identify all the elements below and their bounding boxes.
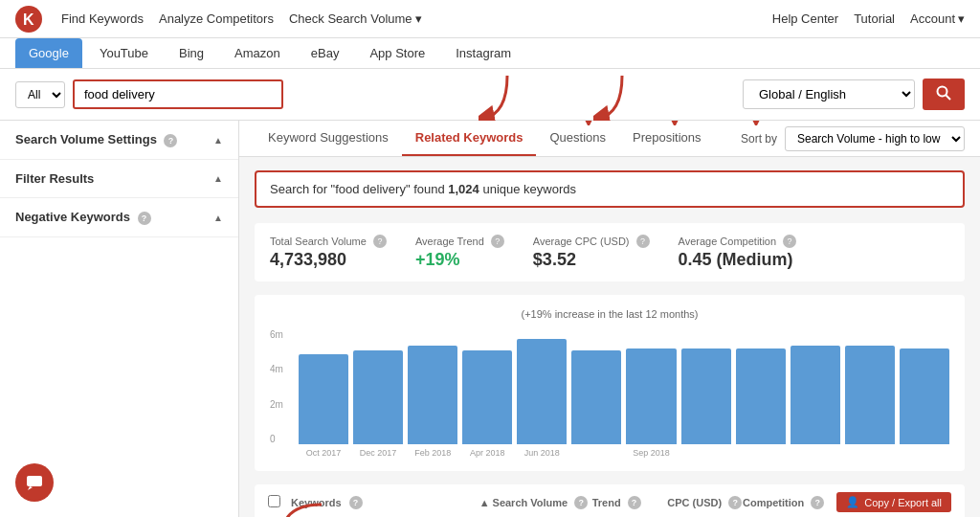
chart-bar-11 [900, 348, 949, 444]
help-icon-competition-col[interactable]: ? [811, 496, 824, 509]
check-search-volume-nav[interactable]: Check Search Volume ▾ [289, 11, 422, 26]
search-type-dropdown[interactable]: All [15, 81, 65, 108]
stat-value-total-volume: 4,733,980 [270, 250, 387, 270]
help-icon-cpc-col[interactable]: ? [728, 496, 742, 509]
sub-tabs: Keyword Suggestions Related Keywords Que… [239, 121, 980, 157]
chart-bar-5 [571, 350, 621, 444]
stat-value-trend: +19% [415, 250, 504, 270]
arrow-locale-icon [479, 71, 536, 124]
main-nav: Find Keywords Analyze Competitors Check … [61, 11, 422, 26]
stat-average-cpc: Average CPC (USD) ? $3.52 [533, 235, 650, 270]
top-nav-left: K Find Keywords Analyze Competitors Chec… [15, 6, 422, 33]
sort-controls: Sort by Search Volume - high to low [741, 126, 965, 151]
search-input[interactable] [73, 79, 283, 109]
sidebar-search-volume-header[interactable]: Search Volume Settings ? ▲ [0, 121, 238, 159]
col-trend-header: Trend ? [592, 496, 668, 509]
sidebar-filter-header[interactable]: Filter Results ▲ [0, 160, 238, 197]
chevron-up-icon-neg: ▲ [213, 213, 223, 223]
chart-x-label-6: Sep 2018 [626, 448, 676, 458]
col-cpc-header: CPC (USD) ? [667, 496, 743, 509]
chart-x-axis: Oct 2017Dec 2017Feb 2018Apr 2018Jun 2018… [270, 448, 949, 458]
help-icon-volume-col[interactable]: ? [574, 496, 588, 509]
tab-ebay[interactable]: eBay [298, 38, 353, 68]
top-nav: K Find Keywords Analyze Competitors Chec… [0, 0, 980, 38]
analyze-competitors-nav[interactable]: Analyze Competitors [159, 11, 274, 26]
result-header-text: Search for "food delivery" found [270, 182, 448, 196]
chart-x-label-extra-9 [791, 448, 840, 458]
help-icon-trend-col[interactable]: ? [628, 496, 641, 509]
chart-bar-1 [353, 350, 403, 444]
platform-tabs: Google YouTube Bing Amazon eBay App Stor… [0, 38, 980, 69]
dropdown-arrow-icon: ▾ [415, 11, 422, 26]
person-icon: 👤 [846, 496, 859, 508]
help-center-link[interactable]: Help Center [772, 11, 838, 26]
result-suffix: unique keywords [479, 182, 576, 196]
chart-wrapper: 6m 4m 2m 0 [270, 329, 949, 444]
svg-point-2 [938, 87, 947, 97]
chart-x-label-extra-8 [736, 448, 786, 458]
results-area: Search for "food delivery" found 1,024 u… [239, 157, 980, 517]
find-keywords-nav[interactable]: Find Keywords [61, 11, 144, 26]
sort-asc-icon: ▲ [479, 497, 490, 508]
help-icon-trend[interactable]: ? [491, 235, 504, 248]
stat-total-search-volume: Total Search Volume ? 4,733,980 [270, 235, 387, 270]
tab-bing[interactable]: Bing [166, 38, 217, 68]
chevron-up-icon-filter: ▲ [213, 173, 223, 184]
stats-row: Total Search Volume ? 4,733,980 Average … [255, 223, 965, 281]
locale-dropdown[interactable]: Global / English [743, 79, 915, 109]
chat-button[interactable] [15, 463, 54, 502]
help-icon-competition[interactable]: ? [783, 235, 796, 248]
arrow-search-icon [593, 71, 651, 124]
svg-rect-4 [27, 476, 42, 486]
col-competition-header: Competition ? [743, 496, 836, 509]
chart-x-label-extra-7 [681, 448, 731, 458]
tab-youtube[interactable]: YouTube [86, 38, 162, 68]
select-all-checkbox[interactable] [268, 495, 280, 507]
chart-x-label-3: Apr 2018 [462, 448, 512, 458]
logo-icon: K [15, 6, 42, 33]
tutorial-link[interactable]: Tutorial [854, 11, 895, 26]
copy-export-button[interactable]: 👤 Copy / Export all [836, 492, 951, 512]
chart-container: (+19% increase in the last 12 months) 6m… [255, 295, 965, 471]
chart-bar-6 [626, 348, 676, 444]
chart-bars [270, 329, 949, 444]
stat-average-trend: Average Trend ? +19% [415, 235, 504, 270]
account-link[interactable]: Account ▾ [910, 11, 965, 26]
col-check [268, 495, 291, 509]
chart-x-label-0: Oct 2017 [299, 448, 348, 458]
chart-bar-8 [736, 348, 786, 444]
stat-value-competition: 0.45 (Medium) [679, 250, 797, 270]
chart-x-label-extra-10 [845, 448, 895, 458]
sidebar: Search Volume Settings ? ▲ Filter Result… [0, 121, 239, 517]
sort-dropdown[interactable]: Search Volume - high to low [785, 126, 965, 151]
tab-google[interactable]: Google [15, 38, 82, 68]
result-count: 1,024 [448, 182, 479, 196]
account-dropdown-icon: ▾ [958, 11, 965, 26]
chart-bar-0 [299, 354, 348, 444]
stat-value-cpc: $3.52 [533, 250, 650, 270]
tab-questions[interactable]: Questions [536, 121, 619, 156]
chart-bar-2 [408, 346, 457, 444]
help-icon-cpc[interactable]: ? [636, 235, 650, 248]
tab-related-keywords[interactable]: Related Keywords [402, 121, 537, 156]
sidebar-section-search-volume: Search Volume Settings ? ▲ [0, 121, 238, 160]
chart-bar-9 [791, 346, 840, 444]
tab-prepositions[interactable]: Prepositions [619, 121, 715, 156]
search-button[interactable] [923, 79, 965, 110]
tab-keyword-suggestions[interactable]: Keyword Suggestions [255, 121, 402, 156]
tab-amazon[interactable]: Amazon [221, 38, 294, 68]
chart-bar-7 [681, 348, 731, 444]
help-icon-total-volume[interactable]: ? [373, 235, 387, 248]
main-layout: Search Volume Settings ? ▲ Filter Result… [0, 121, 980, 517]
help-icon-search-volume[interactable]: ? [164, 134, 177, 147]
chart-x-label-1: Dec 2017 [353, 448, 403, 458]
sidebar-section-filter: Filter Results ▲ [0, 160, 238, 198]
tab-appstore[interactable]: App Store [356, 38, 438, 68]
tab-instagram[interactable]: Instagram [442, 38, 524, 68]
sidebar-negative-keywords-header[interactable]: Negative Keywords ? ▲ [0, 198, 238, 236]
chart-x-label-2: Feb 2018 [408, 448, 457, 458]
chart-x-label-4: Jun 2018 [517, 448, 567, 458]
help-icon-negative-keywords[interactable]: ? [138, 212, 151, 225]
help-icon-keywords-col[interactable]: ? [349, 496, 363, 509]
chart-x-label-5 [571, 448, 621, 458]
